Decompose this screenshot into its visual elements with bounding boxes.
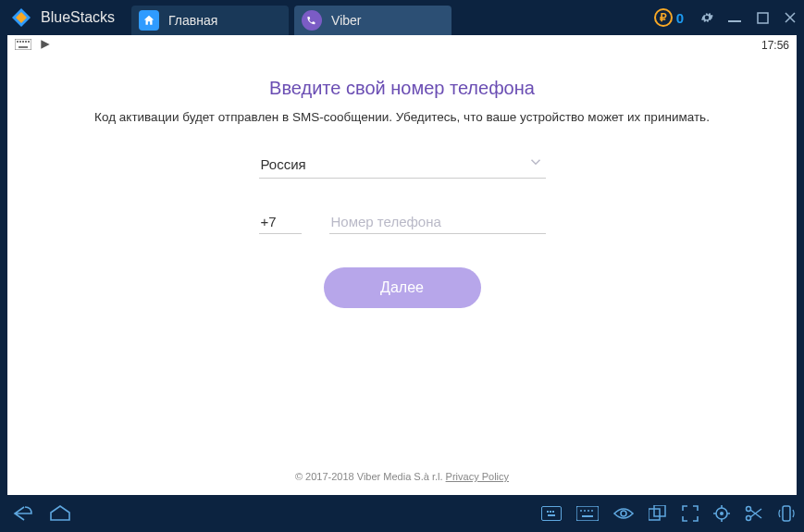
footer: © 2017-2018 Viber Media S.à r.l. Privacy… <box>7 462 797 495</box>
close-button[interactable] <box>776 0 804 35</box>
privacy-link[interactable]: Privacy Policy <box>446 471 509 482</box>
svg-point-17 <box>588 510 589 512</box>
titlebar: BlueStacks Главная Viber ₽ 0 <box>0 0 804 35</box>
svg-rect-27 <box>783 506 790 521</box>
copyright-text: © 2017-2018 Viber Media S.à r.l. <box>295 471 446 482</box>
page-subtitle: Код активации будет отправлен в SMS-сооб… <box>94 110 710 124</box>
app-frame: 17:56 Введите свой номер телефона Код ак… <box>7 35 797 495</box>
country-select[interactable]: Россия <box>259 150 546 179</box>
minimize-button[interactable] <box>721 0 748 35</box>
coin-counter[interactable]: ₽ 0 <box>654 8 684 27</box>
country-code[interactable]: +7 <box>259 210 302 234</box>
svg-rect-10 <box>547 511 549 513</box>
location-icon[interactable] <box>713 505 730 522</box>
chevron-down-icon <box>527 154 544 174</box>
tab-label: Viber <box>331 13 361 28</box>
bs-small-icon <box>39 38 52 54</box>
svg-rect-11 <box>550 511 551 513</box>
svg-point-16 <box>584 510 586 512</box>
svg-rect-13 <box>548 514 555 516</box>
back-button[interactable] <box>9 504 33 523</box>
svg-rect-5 <box>22 41 24 43</box>
svg-point-20 <box>621 511 626 516</box>
viber-screen: Введите свой номер телефона Код активаци… <box>7 56 797 462</box>
svg-rect-0 <box>728 20 741 22</box>
brand-name: BlueStacks <box>41 9 115 26</box>
svg-rect-19 <box>582 515 593 517</box>
android-statusbar: 17:56 <box>7 35 797 56</box>
home-icon <box>139 10 159 31</box>
shake-icon[interactable] <box>778 504 795 523</box>
keyboard-icon[interactable] <box>576 506 599 521</box>
svg-rect-6 <box>25 41 27 43</box>
settings-button[interactable] <box>693 0 721 35</box>
svg-rect-14 <box>576 506 599 521</box>
tab-label: Главная <box>168 13 217 28</box>
clock: 17:56 <box>761 39 789 52</box>
fullscreen-icon[interactable] <box>682 505 699 522</box>
multiwindow-icon[interactable] <box>649 505 667 522</box>
tab-home[interactable]: Главная <box>131 6 289 35</box>
scissors-icon[interactable] <box>745 505 763 522</box>
maximize-button[interactable] <box>748 0 776 35</box>
svg-rect-12 <box>552 511 554 513</box>
svg-point-15 <box>580 510 582 512</box>
home-button[interactable] <box>48 504 72 523</box>
android-navbar <box>0 495 804 532</box>
keyboard-indicator-icon <box>15 39 31 53</box>
svg-rect-7 <box>28 41 30 43</box>
svg-rect-3 <box>17 41 19 43</box>
svg-point-18 <box>591 510 593 512</box>
country-value: Россия <box>261 156 527 172</box>
phone-input[interactable] <box>329 210 546 234</box>
tab-viber[interactable]: Viber <box>294 6 451 35</box>
next-button[interactable]: Далее <box>324 267 481 308</box>
keyboard-toggle[interactable] <box>541 506 562 521</box>
svg-rect-1 <box>758 13 768 23</box>
coin-icon: ₽ <box>654 8 673 27</box>
viber-icon <box>302 10 322 31</box>
coin-value: 0 <box>676 10 684 26</box>
svg-point-24 <box>720 512 724 515</box>
page-title: Введите свой номер телефона <box>269 78 535 99</box>
phone-row: +7 <box>259 210 546 234</box>
svg-rect-4 <box>19 41 21 43</box>
svg-rect-2 <box>15 39 31 50</box>
next-button-label: Далее <box>380 279 424 296</box>
eye-icon[interactable] <box>613 506 634 521</box>
svg-rect-8 <box>19 46 28 48</box>
bluestacks-logo <box>9 6 33 30</box>
